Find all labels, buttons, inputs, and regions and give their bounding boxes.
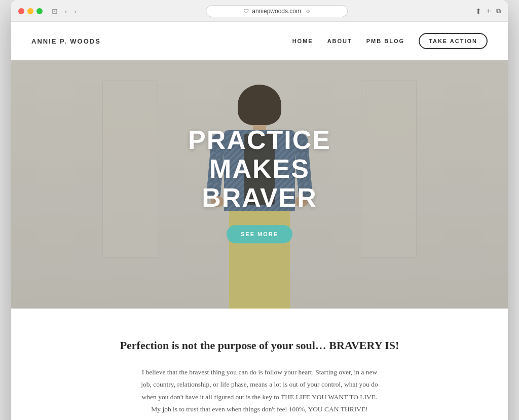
- hero-title-line1: PRACTICE MAKES: [188, 125, 331, 183]
- content-section: Perfection is not the purpose of your so…: [11, 309, 508, 420]
- minimize-button[interactable]: [27, 8, 33, 14]
- new-tab-icon[interactable]: +: [487, 7, 491, 16]
- browser-chrome: ⊡ ‹ › 🛡 anniepwoods.com ⟳ ⬆ + ⧉: [11, 0, 508, 22]
- navigation-bar: ANNIE P. WOODS HOME ABOUT PMB BLOG TAKE …: [11, 22, 508, 60]
- nav-take-action-button[interactable]: TAKE ACTION: [419, 33, 488, 49]
- reload-icon[interactable]: ⟳: [306, 9, 310, 14]
- nav-about[interactable]: ABOUT: [327, 38, 352, 44]
- url-text: anniepwoods.com: [252, 8, 301, 15]
- browser-navigation: ⊡ ‹ ›: [50, 6, 79, 16]
- hero-title: PRACTICE MAKES BRAVER: [135, 126, 384, 213]
- hero-title-line2: BRAVER: [202, 183, 317, 213]
- close-button[interactable]: [18, 8, 24, 14]
- hero-see-more-button[interactable]: SEE MORE: [227, 225, 292, 243]
- section-heading: Perfection is not the purpose of your so…: [31, 339, 488, 352]
- site-logo: ANNIE P. WOODS: [31, 37, 101, 45]
- fullscreen-button[interactable]: [36, 8, 43, 14]
- browser-window: ⊡ ‹ › 🛡 anniepwoods.com ⟳ ⬆ + ⧉ ANNIE P.…: [11, 0, 508, 420]
- nav-home[interactable]: HOME: [292, 38, 313, 44]
- hero-content: PRACTICE MAKES BRAVER SEE MORE: [135, 126, 384, 243]
- tabs-icon[interactable]: ⧉: [496, 7, 501, 15]
- security-icon: 🛡: [243, 8, 249, 14]
- website-content: ANNIE P. WOODS HOME ABOUT PMB BLOG TAKE …: [11, 22, 508, 420]
- nav-links: HOME ABOUT PMB BLOG TAKE ACTION: [292, 33, 488, 49]
- back-button[interactable]: ‹: [63, 7, 69, 16]
- sidebar-toggle-icon[interactable]: ⊡: [50, 6, 60, 16]
- traffic-lights: [18, 8, 43, 14]
- forward-button[interactable]: ›: [72, 7, 78, 16]
- hero-section: PRACTICE MAKES BRAVER SEE MORE: [11, 60, 508, 309]
- browser-actions: ⬆ + ⧉: [475, 7, 501, 16]
- address-bar[interactable]: 🛡 anniepwoods.com ⟳: [206, 5, 348, 17]
- share-icon[interactable]: ⬆: [475, 7, 481, 15]
- address-bar-container: 🛡 anniepwoods.com ⟳: [84, 5, 470, 17]
- nav-pmb-blog[interactable]: PMB BLOG: [366, 38, 404, 44]
- section-body-text: I believe that the bravest thing you can…: [138, 366, 381, 415]
